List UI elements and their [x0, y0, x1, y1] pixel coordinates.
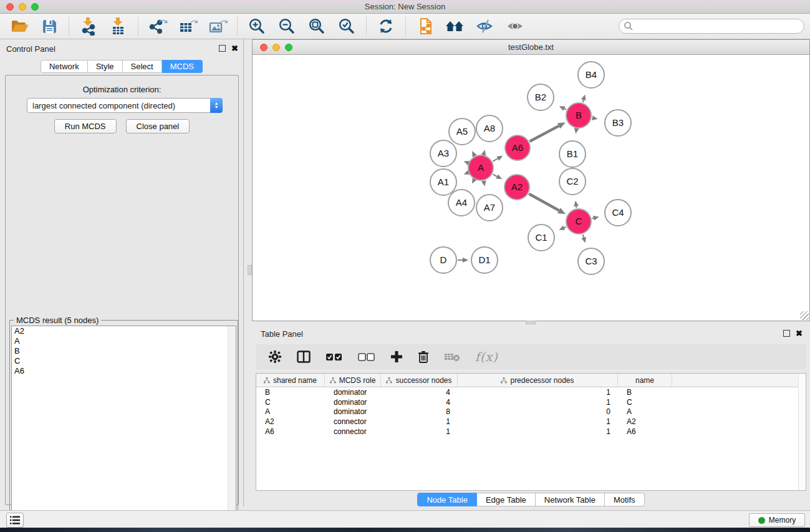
tab-mcds[interactable]: MCDS	[162, 60, 203, 73]
column-header-label: predecessor nodes	[510, 376, 574, 385]
deselect-all-icon[interactable]	[358, 353, 375, 361]
mcds-panel: Optimization criterion: largest connecte…	[5, 75, 239, 505]
table-row[interactable]: A6connector11A6	[256, 427, 806, 437]
new-network-from-file-icon[interactable]	[415, 16, 436, 36]
result-item[interactable]: B	[12, 346, 236, 356]
table-row[interactable]: Cdominator41C	[256, 397, 806, 407]
arrowhead-icon	[593, 216, 599, 221]
tab-node-table[interactable]: Node Table	[417, 493, 477, 506]
edge-B-B2[interactable]	[564, 109, 566, 110]
split-divider-handle[interactable]	[248, 265, 252, 275]
tab-style[interactable]: Style	[88, 60, 123, 73]
search-input[interactable]	[634, 21, 804, 32]
arrowhead-icon	[574, 201, 579, 207]
tab-network[interactable]: Network	[41, 60, 88, 73]
function-builder-icon[interactable]: f(x)	[475, 350, 498, 364]
status-bar: Memory	[0, 510, 810, 528]
export-network-icon[interactable]	[147, 16, 168, 36]
optimization-criterion-label: Optimization criterion:	[6, 85, 238, 94]
mcds-result-list[interactable]: A2ABCA6	[11, 326, 236, 532]
zoom-fit-icon[interactable]	[306, 16, 327, 36]
arrowhead-icon	[481, 180, 486, 186]
zoom-out-icon[interactable]	[276, 16, 297, 36]
import-network-icon[interactable]	[78, 16, 99, 36]
export-image-icon[interactable]	[207, 16, 228, 36]
tab-motifs[interactable]: Motifs	[605, 493, 645, 506]
edge-A-A2[interactable]	[493, 174, 497, 177]
mcds-result-group: MCDS result (5 nodes) A2ABCA6	[9, 320, 238, 532]
delete-icon[interactable]	[418, 351, 429, 364]
edge-A2-C[interactable]	[529, 194, 559, 211]
node-table-header: shared nameMCDS rolesuccessor nodesprede…	[256, 374, 806, 387]
network-canvas[interactable]: AA1A2A3A4A5A6A7A8BB1B2B3B4CC1C2C3C4DD1	[253, 55, 809, 321]
node-table[interactable]: shared nameMCDS rolesuccessor nodesprede…	[256, 373, 806, 491]
result-item[interactable]: C	[12, 356, 236, 366]
node-table-body: Bdominator41BCdominator41CAdominator80AA…	[256, 387, 806, 437]
network-window-titlebar[interactable]: testGlobe.txt	[253, 40, 809, 55]
edge-C-C1[interactable]	[564, 227, 566, 228]
hide-panel-icon[interactable]	[475, 16, 496, 36]
table-cell: 1	[458, 388, 618, 397]
task-history-button[interactable]	[6, 513, 24, 528]
table-row[interactable]: Adominator80A	[256, 407, 806, 417]
float-panel-icon[interactable]	[219, 45, 226, 52]
table-cell: 1	[458, 427, 618, 436]
close-table-panel-icon[interactable]: ✖	[796, 330, 803, 337]
cybrowser-icon[interactable]	[445, 16, 466, 36]
column-header-successor-nodes[interactable]: successor nodes	[381, 374, 458, 387]
split-column-icon[interactable]	[297, 351, 311, 363]
tab-network-table[interactable]: Network Table	[536, 493, 605, 506]
gear-icon[interactable]	[268, 350, 282, 364]
table-cell: dominator	[325, 407, 381, 416]
criterion-value: largest connected component (directed)	[27, 101, 210, 110]
resize-grip-icon[interactable]	[800, 311, 809, 320]
column-header-label: MCDS role	[339, 376, 376, 385]
list-icon	[9, 515, 21, 525]
table-row[interactable]: A2connector11A2	[256, 417, 806, 427]
open-session-icon[interactable]	[9, 16, 30, 36]
search-box[interactable]	[619, 19, 804, 34]
tab-select[interactable]: Select	[123, 60, 162, 73]
import-table-icon[interactable]	[108, 16, 129, 36]
edge-A-A6[interactable]	[493, 158, 498, 161]
table-cell: 1	[458, 398, 618, 407]
run-mcds-button[interactable]: Run MCDS	[54, 119, 117, 133]
close-panel-button[interactable]: Close panel	[126, 119, 190, 133]
tab-edge-table[interactable]: Edge Table	[477, 493, 536, 506]
column-header-label: successor nodes	[395, 376, 451, 385]
graph-node-label: B2	[535, 92, 546, 102]
table-cell: A2	[256, 417, 325, 426]
export-table-icon[interactable]	[177, 16, 198, 36]
result-item[interactable]: A6	[12, 366, 236, 376]
criterion-select[interactable]: largest connected component (directed) ▲…	[27, 98, 223, 113]
column-header-predecessor-nodes[interactable]: predecessor nodes	[458, 374, 618, 387]
save-session-icon[interactable]	[39, 16, 60, 36]
add-icon[interactable]	[390, 351, 403, 363]
table-cell: dominator	[325, 388, 381, 397]
zoom-in-icon[interactable]	[246, 16, 268, 36]
memory-button[interactable]: Memory	[749, 513, 805, 527]
float-table-panel-icon[interactable]	[783, 330, 790, 337]
show-panel-icon[interactable]	[504, 16, 526, 36]
zoom-selected-icon[interactable]	[336, 16, 357, 36]
edge-C-C4[interactable]	[592, 218, 593, 219]
close-panel-icon[interactable]: ✖	[231, 45, 238, 52]
refresh-layout-icon[interactable]	[375, 16, 397, 36]
select-all-icon[interactable]	[325, 353, 343, 361]
edge-B-B4[interactable]	[582, 100, 583, 102]
result-item[interactable]: A	[12, 336, 236, 346]
column-header-MCDS-role[interactable]: MCDS role	[325, 374, 381, 387]
edge-A6-B[interactable]	[529, 126, 559, 142]
table-scrollbar[interactable]	[798, 374, 806, 490]
table-cell: 4	[381, 398, 458, 407]
edge-C-C3[interactable]	[583, 235, 584, 238]
result-scrollbar[interactable]	[228, 326, 236, 532]
table-cell: 0	[458, 407, 618, 416]
result-item[interactable]: A2	[12, 326, 236, 336]
column-header-name[interactable]: name	[618, 374, 672, 387]
table-cell: 1	[381, 427, 458, 436]
arrowhead-icon	[581, 237, 586, 243]
column-header-shared-name[interactable]: shared name	[256, 374, 325, 387]
delete-table-icon[interactable]	[444, 352, 460, 362]
table-row[interactable]: Bdominator41B	[256, 387, 806, 397]
